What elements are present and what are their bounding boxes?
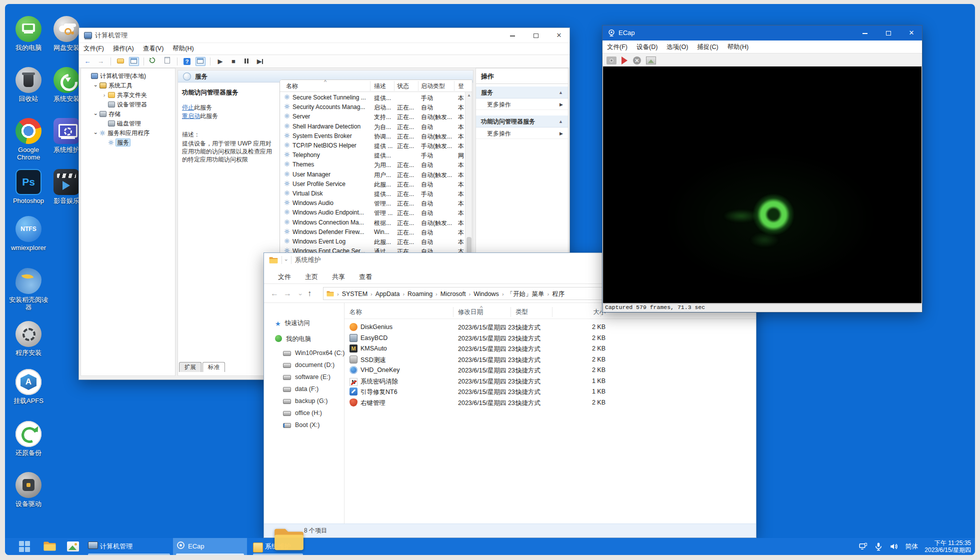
tab-extended[interactable]: 扩展	[179, 362, 202, 372]
up-folder-icon[interactable]	[116, 57, 126, 66]
breadcrumb-Microsoft[interactable]: Microsoft	[440, 290, 467, 298]
service-row[interactable]: Server支持...正在...自动(触发...本	[280, 112, 465, 122]
collapse-icon[interactable]: ▲	[558, 86, 563, 98]
service-row[interactable]: User Manager用户...正在...自动(触发...本	[280, 170, 465, 180]
taskbar-clock[interactable]: 下午 11:25:35 2023/6/15/星期四	[924, 540, 971, 554]
file-row-KMSAuto[interactable]: MKMSAuto2023/6/15/星期四 23:...快捷方式2 KB	[344, 344, 756, 354]
desktop-icon-my-computer[interactable]: 我的电脑	[9, 16, 48, 52]
help-icon[interactable]: ?	[182, 57, 192, 66]
sidebar-item-data (F:)[interactable]: data (F:)	[264, 383, 344, 395]
ecap-menu-捕捉(C)[interactable]: 捕捉(C)	[692, 42, 722, 53]
service-row[interactable]: Windows Audio管理...正在...自动本	[280, 198, 465, 208]
column-header-类型[interactable]: 类型	[516, 308, 528, 316]
maximize-button[interactable]	[526, 28, 546, 43]
breadcrumb-Roaming[interactable]: Roaming	[406, 290, 434, 298]
restart-service-link[interactable]: 重启动	[182, 112, 200, 120]
tree-item-共享文件夹[interactable]: ›共享文件夹	[81, 90, 175, 100]
sidebar-item-backup (G:)[interactable]: backup (G:)	[264, 395, 344, 407]
tree-expander-icon[interactable]: ›	[91, 111, 100, 118]
taskbar-button-ECap[interactable]: ECap	[173, 538, 247, 555]
taskbar-pictures-app-icon[interactable]	[67, 542, 79, 552]
microphone-icon[interactable]	[874, 542, 883, 551]
desktop-icon-chrome[interactable]: Google Chrome	[9, 118, 48, 161]
tab-standard[interactable]: 标准	[202, 362, 225, 372]
drag-ghost-folder-icon[interactable]	[274, 527, 304, 552]
qat-dropdown-icon[interactable]: ›	[284, 259, 290, 261]
service-row[interactable]: System Events Broker协调...正在...自动(触发...本	[280, 132, 465, 141]
network-icon[interactable]	[858, 542, 868, 551]
file-row-右键管理[interactable]: 右键管理2023/6/15/星期四 23:...快捷方式2 KB	[344, 398, 756, 408]
tree-expander-icon[interactable]: ›	[91, 82, 100, 89]
service-row[interactable]: Secure Socket Tunneling ...提供...手动本	[280, 93, 465, 102]
service-row[interactable]: Windows Connection Ma...根据...正在...自动(触发.…	[280, 218, 465, 228]
sidebar-item-Win10Prox64 (C:)[interactable]: Win10Prox64 (C:)	[264, 347, 344, 359]
column-header-描述[interactable]: 描述	[374, 82, 386, 90]
file-row-SSD测速[interactable]: SSD测速2023/6/15/星期四 23:...快捷方式2 KB	[344, 354, 756, 365]
back-icon[interactable]: ←	[269, 288, 280, 299]
more-actions-services[interactable]: 更多操作▶	[476, 99, 568, 110]
input-language-indicator[interactable]: 简体	[905, 542, 918, 551]
volume-icon[interactable]	[890, 542, 898, 551]
breadcrumb-程序[interactable]: 程序	[551, 290, 566, 298]
column-header-状态[interactable]: 状态	[397, 82, 409, 90]
ecap-menu-选项(O)[interactable]: 选项(O)	[662, 42, 692, 53]
file-row-引导修复NT6[interactable]: 引导修复NT62023/6/15/星期四 23:...快捷方式1 KB	[344, 386, 756, 397]
desktop-icon-program-install[interactable]: 程序安装	[9, 321, 48, 356]
actions-section-services[interactable]: 服务▲	[476, 86, 568, 98]
explorer-tab-文件[interactable]: 文件	[271, 271, 298, 283]
cm-menu-帮助(H)[interactable]: 帮助(H)	[168, 43, 198, 54]
back-icon[interactable]: ←	[82, 57, 92, 66]
cm-titlebar[interactable]: 计算机管理 ✕	[79, 28, 570, 43]
collapse-icon[interactable]: ▲	[558, 116, 563, 128]
ecap-menu-设备(D)[interactable]: 设备(D)	[632, 42, 662, 53]
column-header-大小[interactable]: 大小	[576, 308, 606, 316]
close-button[interactable]: ✕	[548, 28, 570, 43]
ecap-menu-帮助(H)[interactable]: 帮助(H)	[723, 42, 753, 53]
start-service-icon[interactable]: ▶	[215, 57, 225, 66]
record-icon[interactable]	[622, 56, 628, 64]
scroll-up-icon[interactable]: ▲	[466, 92, 472, 99]
breadcrumb-AppData[interactable]: AppData	[374, 290, 401, 298]
taskbar-explorer-icon[interactable]	[43, 541, 56, 552]
desktop-icon-reader[interactable]: 安装稻壳阅读器	[9, 268, 48, 311]
show-action-pane-icon[interactable]	[196, 57, 206, 66]
forward-icon[interactable]: →	[282, 288, 293, 299]
close-button[interactable]: ✕	[901, 26, 922, 40]
sidebar-item-快速访问[interactable]: ★快速访问	[264, 317, 344, 329]
maximize-button[interactable]	[878, 26, 899, 40]
explorer-tab-主页[interactable]: 主页	[298, 271, 325, 283]
tree-item-存储[interactable]: ›存储	[81, 110, 175, 119]
tree-expander-icon[interactable]: ›	[91, 130, 100, 136]
breadcrumb-SYSTEM[interactable]: SYSTEM	[341, 290, 368, 298]
service-row[interactable]: Windows Defender Firew...Win...正在...自动本	[280, 228, 465, 237]
column-header-登[interactable]: 登	[458, 82, 464, 90]
stop-capture-icon[interactable]: ✕	[633, 56, 641, 64]
tree-item-服务[interactable]: 服务	[81, 138, 175, 148]
export-list-icon[interactable]	[162, 57, 172, 66]
service-row[interactable]: Windows Audio Endpoint...管理 ...正在...自动本	[280, 208, 465, 218]
file-row-系统密码清除[interactable]: N系统密码清除2023/6/15/星期四 23:...快捷方式1 KB	[344, 376, 756, 386]
desktop-icon-apfs[interactable]: 挂载APFS	[9, 369, 48, 404]
desktop-icon-photoshop[interactable]: Photoshop	[9, 169, 48, 204]
explorer-tab-共享[interactable]: 共享	[325, 271, 352, 283]
sidebar-item-Boot (X:)[interactable]: Boot (X:)	[264, 419, 344, 431]
service-row[interactable]: Telephony提供...手动网	[280, 150, 465, 160]
cm-menu-操作(A)[interactable]: 操作(A)	[108, 43, 138, 54]
desktop-icon-device-driver[interactable]: 设备驱动	[9, 472, 48, 508]
sidebar-item-document (D:)[interactable]: document (D:)	[264, 359, 344, 371]
stop-service-icon[interactable]: ■	[228, 57, 238, 66]
restart-service-icon[interactable]: ▶	[255, 57, 265, 66]
stop-service-link[interactable]: 停止	[182, 104, 194, 111]
service-row[interactable]: Windows Event Log此服...正在...自动本	[280, 237, 465, 246]
tree-expander-icon[interactable]: ›	[101, 90, 108, 100]
ecap-titlebar[interactable]: ECap ✕	[602, 26, 922, 40]
column-header-启动类型[interactable]: 启动类型	[421, 82, 445, 90]
service-row[interactable]: Virtual Disk提供...正在...手动本	[280, 189, 465, 198]
breadcrumb-「开始」菜单[interactable]: 「开始」菜单	[506, 290, 546, 298]
service-row[interactable]: User Profile Service此服...正在...自动本	[280, 180, 465, 189]
desktop-icon-restore-backup[interactable]: 还原备份	[9, 421, 48, 456]
cm-menu-文件(F)[interactable]: 文件(F)	[79, 43, 108, 54]
snapshot-icon[interactable]	[606, 56, 616, 64]
sidebar-item-software (E:)[interactable]: software (E:)	[264, 371, 344, 383]
file-row-DiskGenius[interactable]: DiskGenius2023/6/15/星期四 23:...快捷方式2 KB	[344, 322, 756, 332]
